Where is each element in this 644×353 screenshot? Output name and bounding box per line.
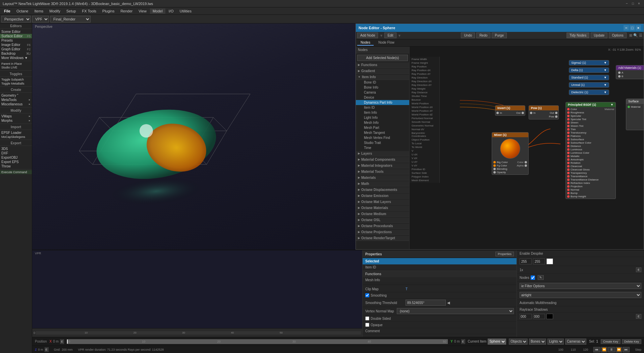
airtight-select[interactable]: airtight [520,292,641,298]
color-r-input[interactable] [520,258,532,264]
menu-setup[interactable]: Setup [64,8,79,14]
x-e-btn[interactable]: E [60,339,64,344]
toggle-subpatch-btn[interactable]: Toggle Subpatch [0,78,32,82]
menu-plugins[interactable]: Plugins [100,8,117,14]
item-mesh-info[interactable]: Mesh Info [356,120,409,125]
filter-options-select[interactable]: ie Filter Options [520,283,641,289]
node-standard[interactable]: Standard (1)▼ [569,75,609,80]
raytrace-e-btn[interactable]: E [636,314,641,319]
raytrace-color-swatch[interactable] [546,314,553,319]
geometry-btn[interactable]: Geometry '' [0,93,32,98]
close-btn[interactable]: × [637,1,641,6]
cameras-select[interactable]: Cameras [565,339,586,345]
node-canvas[interactable]: X: -31 Y:138 Zoom: 91% [410,47,644,249]
minimize-btn[interactable]: − [625,1,629,6]
node-dielectric[interactable]: Dielectric (1)▼ [569,90,609,95]
node-editor-window-controls[interactable]: − □ × [624,25,641,31]
add-node-btn[interactable]: Add Node [357,33,378,38]
item-bone-id[interactable]: Bone ID [356,80,409,85]
timeline-scrubber[interactable]: 01020304050 [67,339,448,344]
maximize-btn[interactable]: □ [631,1,635,6]
tidy-nodes-btn[interactable]: Tidy Nodes [567,33,589,38]
purge-btn[interactable]: Purge [492,33,507,38]
mocap-btn[interactable]: MoCapSkelegons [0,135,32,139]
node-invert[interactable]: Invert (1) In Out [495,105,525,116]
section-materials[interactable]: Materials [356,175,409,181]
play-pause-btn[interactable]: ⏸ [608,347,615,352]
export-eps-btn[interactable]: Export EPS [0,160,32,164]
play-controls[interactable]: ⏮ ⏪ ⏸ ⏩ ⏭ [593,347,630,352]
clip-map-value[interactable]: T [406,287,514,291]
bones-select[interactable]: Bones [529,339,546,345]
color-swatch[interactable] [546,258,553,264]
section-gradient[interactable]: Gradient [356,68,409,74]
menu-model[interactable]: Model [150,8,165,14]
item-dynamics-part-info[interactable]: Dynamics Part Info [356,100,409,105]
node-mixer[interactable]: Mixer (1) Big ColorColor Fg ColorAlpha B… [492,132,529,175]
section-material-components[interactable]: Material Components [356,157,409,162]
section-math[interactable]: Math [356,181,409,187]
raytrace-r-input[interactable] [520,314,532,319]
miscellaneous-btn[interactable]: Miscellaneous ▸ [0,102,32,106]
node-pow[interactable]: Pow (1) In Out Pow [529,105,559,119]
item-studio-trait[interactable]: Studio Trait [356,140,409,145]
parent-in-place-btn[interactable]: Parent in PlaceStudio LIVE [0,62,32,70]
item-time[interactable]: Time [356,145,409,150]
ne-close[interactable]: × [636,25,641,31]
options-btn[interactable]: Options [609,33,626,38]
vpr-select[interactable]: VPR [32,16,49,22]
objects-select[interactable]: Objects [509,339,528,345]
play-prev-btn[interactable]: ⏪ [601,347,607,352]
tab-node-flow[interactable]: Node Flow [375,40,398,46]
item-device[interactable]: Device [356,95,409,100]
redo-btn[interactable]: Redo [476,33,490,38]
section-octane-rendertarget[interactable]: Octane RenderTarget [356,236,409,241]
section-layers[interactable]: Layers [356,151,409,156]
export-obj-btn[interactable]: ExportOBJ [0,155,32,160]
item-mesh-tangent[interactable]: Mesh Tangent [356,130,409,135]
play-start-btn[interactable]: ⏮ [593,347,600,352]
z-e-btn[interactable]: E [45,347,49,352]
smoothing-checkbox[interactable] [365,293,369,297]
scene-editor-btn[interactable]: Scene Editor [0,30,32,34]
more-windows-btn[interactable]: More Windows ▼ [0,56,32,60]
section-octane-displacements[interactable]: Octane Displacements [356,187,409,193]
raytrace-g-input[interactable] [533,314,545,319]
play-next-btn[interactable]: ⏩ [615,347,622,352]
section-octane-emission[interactable]: Octane Emission [356,193,409,199]
play-end-btn[interactable]: ⏭ [623,347,630,352]
menu-file[interactable]: File [1,8,13,14]
nodes-edit-btn[interactable]: ✎ [538,275,544,280]
ne-minimize[interactable]: − [624,25,629,31]
menu-octane[interactable]: Octane [14,8,31,14]
undo-btn[interactable]: Undo [461,33,475,38]
view-mode-select[interactable]: Perspective [1,16,31,22]
double-sided-checkbox[interactable] [365,316,369,320]
section-octane-projections[interactable]: Octane Projections [356,230,409,235]
epsf-loader-btn[interactable]: EPSF Loader [0,131,32,135]
section-functions[interactable]: Functions [356,62,409,68]
export-3ds-btn[interactable]: 3DS [0,147,32,151]
lights-select[interactable]: Lights [547,339,564,345]
menu-utilities[interactable]: Utilities [177,8,194,14]
add-selected-node-btn[interactable]: Add Selected Node(s) [357,55,408,61]
delete-key-btn[interactable]: Delete Key [622,339,641,344]
window-controls[interactable]: − □ × [625,1,641,6]
graph-editor-btn[interactable]: Graph Editor F2 [0,47,32,51]
menu-modify[interactable]: Modify [47,8,63,14]
vertex-normal-map-select[interactable]: (none) [397,308,514,314]
node-unreal[interactable]: Unreal (1)▼ [569,82,609,88]
menu-render[interactable]: Render [118,8,135,14]
section-octane-osl[interactable]: Octane OSL [356,217,409,223]
morphs-btn[interactable]: Morphs ▸ [0,118,32,123]
presets-btn[interactable]: Presets [0,38,32,43]
menu-fx-tools[interactable]: FX Tools [79,8,99,14]
edit-btn[interactable]: Edit [384,33,396,38]
properties-btn[interactable]: Properties [495,252,514,256]
viewport-area[interactable]: Perspective [32,23,356,250]
section-material-integrators[interactable]: Material Integrators [356,163,409,168]
node-principled-bsdf[interactable]: Principled BSDF (1)▼ ColorMaterial Rough… [566,102,616,199]
opaque-checkbox[interactable] [365,323,369,327]
ne-maximize[interactable]: □ [630,25,635,31]
item-mesh-vertex-find[interactable]: Mesh Vertex Find [356,135,409,140]
